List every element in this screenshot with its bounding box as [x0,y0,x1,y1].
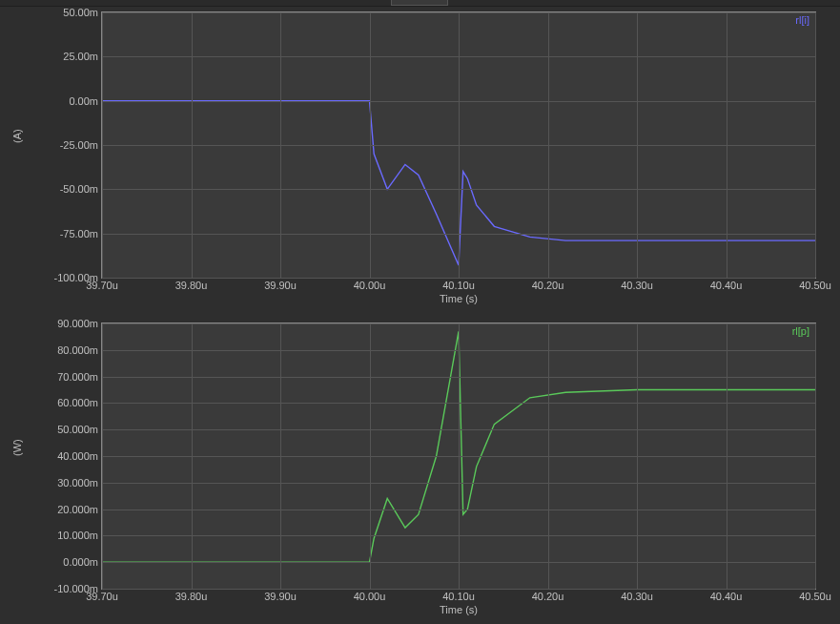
gridline [815,12,816,278]
gridline [548,12,549,278]
x-tick-label: 39.80u [175,278,208,291]
x-tick-label: 39.80u [175,589,208,602]
gridline [102,12,103,278]
y-tick-label: -50.00m [60,183,102,195]
y-tick-label: 20.000m [57,504,102,515]
x-tick-label: 39.70u [86,278,118,291]
plot-area-current[interactable]: rl[i] Time (s) -100.00m-75.00m-50.00m-25… [101,11,816,279]
chart-power: rl[p] Time (s) -10.000m0.000m10.000m20.0… [0,315,840,620]
y-tick-label: 60.000m [57,397,102,408]
y-tick-label: 50.00m [63,7,102,18]
x-tick-label: 40.30u [621,589,653,602]
gridline [280,323,281,589]
y-tick-label: 90.000m [57,318,102,329]
gridline [815,323,816,589]
x-tick-label: 40.20u [532,589,564,602]
chart-current: rl[i] Time (s) -100.00m-75.00m-50.00m-25… [0,0,840,305]
y-tick-label: 0.000m [63,556,102,568]
gridline [727,12,727,278]
y-tick-label: 70.000m [57,371,102,383]
x-tick-label: 40.40u [710,589,743,602]
x-tick-label: 39.90u [264,589,297,602]
x-tick-label: 40.30u [621,278,653,291]
x-tick-label: 39.70u [86,589,118,602]
x-tick-label: 40.20u [532,278,564,291]
gridline [637,323,638,589]
plot-area-power[interactable]: rl[p] Time (s) -10.000m0.000m10.000m20.0… [101,322,816,590]
x-tick-label: 40.50u [799,278,831,291]
y-tick-label: 50.000m [57,424,102,435]
y-tick-label: -75.00m [60,228,102,239]
gridline [370,323,371,589]
x-tick-label: 39.90u [264,278,297,291]
gridline [459,12,460,278]
gridline [192,12,193,278]
y-tick-label: 80.000m [57,344,102,356]
x-tick-label: 40.10u [442,278,475,291]
x-tick-label: 40.10u [442,589,475,602]
gridline [280,12,281,278]
gridline [548,323,549,589]
y-tick-label: 0.00m [69,95,102,107]
gridline [727,323,727,589]
gridline [637,12,638,278]
y-tick-label: -25.00m [60,139,102,151]
x-tick-label: 40.00u [354,278,386,291]
y-tick-label: 40.000m [57,450,102,462]
gridline [102,323,103,589]
y-tick-label: 30.000m [57,477,102,489]
x-tick-label: 40.00u [354,589,386,602]
gridline [370,12,371,278]
x-tick-label: 40.50u [799,589,831,602]
y-tick-label: 10.000m [57,530,102,541]
gridline [459,323,460,589]
y-tick-label: 25.00m [63,51,102,62]
x-tick-label: 40.40u [710,278,743,291]
gridline [192,323,193,589]
